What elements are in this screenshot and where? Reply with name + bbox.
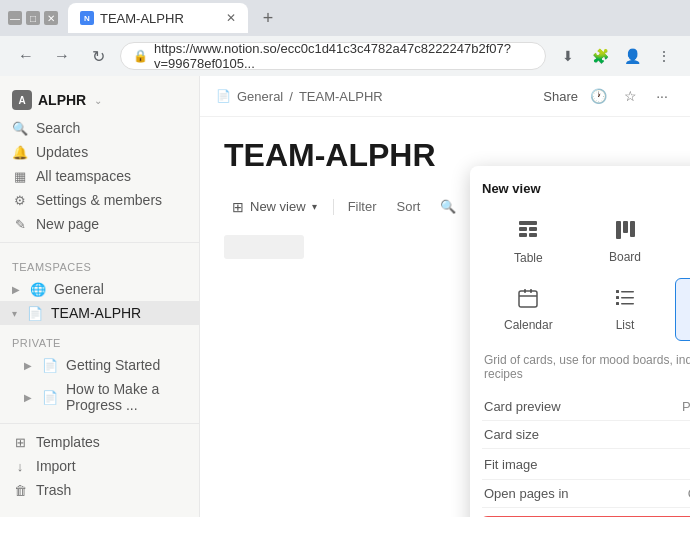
sidebar-item-settings[interactable]: ⚙ Settings & members [0, 188, 199, 212]
svg-rect-7 [630, 221, 635, 237]
sidebar-item-trash[interactable]: 🗑 Trash [0, 478, 199, 502]
templates-icon: ⊞ [12, 434, 28, 450]
svg-rect-21 [621, 303, 634, 305]
svg-rect-6 [623, 221, 628, 233]
window-controls: — □ ✕ [8, 11, 58, 25]
board-view-label: Board [609, 250, 641, 264]
address-bar: ← → ↻ 🔒 https://www.notion.so/ecc0c1d41c… [0, 36, 690, 76]
sidebar-item-getting-started[interactable]: ▶ 📄 Getting Started [0, 353, 199, 377]
general-arrow: ▶ [12, 284, 20, 295]
sort-button[interactable]: Sort [391, 195, 427, 218]
sidebar-item-general[interactable]: ▶ 🌐 General [0, 277, 199, 301]
view-type-table[interactable]: Table [482, 210, 575, 274]
downloads-icon[interactable]: ⬇ [554, 42, 582, 70]
sidebar-item-trash-label: Trash [36, 482, 71, 498]
search-button[interactable]: 🔍 [434, 195, 462, 218]
browser-tab[interactable]: N TEAM-ALPHR ✕ [68, 3, 248, 33]
page-header: 📄 General / TEAM-ALPHR Share 🕐 ☆ ··· [200, 76, 690, 117]
share-button[interactable]: Share [543, 89, 578, 104]
breadcrumb: 📄 General / TEAM-ALPHR [216, 89, 383, 104]
view-type-list[interactable]: List [579, 278, 672, 341]
search-icon: 🔍 [12, 120, 28, 136]
new-view-chevron: ▾ [312, 201, 317, 212]
calendar-view-icon [517, 287, 539, 314]
favorite-icon[interactable]: ☆ [618, 84, 642, 108]
main-content: 📄 General / TEAM-ALPHR Share 🕐 ☆ ··· TEA… [200, 76, 690, 517]
import-icon: ↓ [12, 458, 28, 474]
history-icon[interactable]: 🕐 [586, 84, 610, 108]
browser-menu-icon[interactable]: ⋮ [650, 42, 678, 70]
breadcrumb-sep: / [289, 89, 293, 104]
view-type-timeline[interactable]: Timeline [675, 210, 690, 274]
workspace-name: ALPHR [38, 92, 86, 108]
workspace-selector[interactable]: A ALPHR ⌄ [0, 84, 199, 116]
view-type-board[interactable]: Board [579, 210, 672, 274]
profile-icon[interactable]: 👤 [618, 42, 646, 70]
progress-icon: 📄 [42, 389, 58, 405]
card-preview-label: Card preview [484, 399, 561, 414]
url-bar[interactable]: 🔒 https://www.notion.so/ecc0c1d41c3c4782… [120, 42, 546, 70]
updates-icon: 🔔 [12, 144, 28, 160]
sidebar-item-search-label: Search [36, 120, 80, 136]
popup-header: New view ✕ [482, 178, 690, 198]
minimize-button[interactable]: — [8, 11, 22, 25]
browser-actions: ⬇ 🧩 👤 ⋮ [554, 42, 678, 70]
close-button[interactable]: ✕ [44, 11, 58, 25]
open-pages-label: Open pages in [484, 486, 569, 501]
url-text: https://www.notion.so/ecc0c1d41c3c4782a4… [154, 41, 533, 71]
svg-rect-17 [621, 291, 634, 293]
sidebar-divider-1 [0, 242, 199, 243]
progress-arrow: ▶ [24, 392, 32, 403]
sidebar-item-team-alphr[interactable]: ▾ 📄 TEAM-ALPHR [0, 301, 199, 325]
sidebar-item-import[interactable]: ↓ Import [0, 454, 199, 478]
more-options-icon[interactable]: ··· [650, 84, 674, 108]
new-view-icon: ⊞ [232, 199, 244, 215]
filter-button[interactable]: Filter [342, 195, 383, 218]
settings-icon: ⚙ [12, 192, 28, 208]
sidebar-item-updates-label: Updates [36, 144, 88, 160]
sidebar-item-new-page[interactable]: ✎ New page [0, 212, 199, 236]
sidebar-item-getting-started-label: Getting Started [66, 357, 160, 373]
tab-title: TEAM-ALPHR [100, 11, 184, 26]
back-button[interactable]: ← [12, 42, 40, 70]
sidebar-item-search[interactable]: 🔍 Search [0, 116, 199, 140]
extensions-icon[interactable]: 🧩 [586, 42, 614, 70]
lock-icon: 🔒 [133, 49, 148, 63]
team-alphr-arrow: ▾ [12, 308, 17, 319]
sidebar-item-updates[interactable]: 🔔 Updates [0, 140, 199, 164]
svg-rect-3 [519, 233, 527, 237]
svg-rect-13 [524, 289, 526, 293]
new-tab-button[interactable]: + [254, 4, 282, 32]
view-type-gallery[interactable]: Gallery [675, 278, 690, 341]
tab-close-icon[interactable]: ✕ [226, 11, 236, 25]
svg-rect-16 [616, 290, 619, 293]
card-preview-value[interactable]: Page content › [682, 399, 690, 414]
workspace-chevron: ⌄ [94, 95, 102, 106]
fit-image-label: Fit image [484, 457, 537, 472]
sidebar-item-templates[interactable]: ⊞ Templates [0, 430, 199, 454]
maximize-button[interactable]: □ [26, 11, 40, 25]
sidebar-item-all-teamspaces[interactable]: ▦ All teamspaces [0, 164, 199, 188]
sidebar-item-progress-label: How to Make a Progress ... [66, 381, 187, 413]
view-type-grid: Table Board Timeline [482, 210, 690, 341]
sidebar-item-all-teamspaces-label: All teamspaces [36, 168, 131, 184]
board-view-icon [614, 219, 636, 246]
new-view-popup: New view ✕ Table Board [470, 166, 690, 517]
gallery-description: Grid of cards, use for mood boards, inde… [482, 353, 690, 381]
card-preview-value-text: Page content [682, 399, 690, 414]
app: A ALPHR ⌄ 🔍 Search 🔔 Updates ▦ All teams… [0, 76, 690, 517]
svg-rect-12 [519, 291, 537, 307]
toolbar-separator [333, 199, 334, 215]
refresh-button[interactable]: ↻ [84, 42, 112, 70]
svg-rect-18 [616, 296, 619, 299]
view-type-calendar[interactable]: Calendar [482, 278, 575, 341]
database-row-placeholder [224, 235, 304, 259]
svg-rect-2 [529, 227, 537, 231]
new-view-button[interactable]: ⊞ New view ▾ [224, 195, 325, 219]
breadcrumb-parent: General [237, 89, 283, 104]
sidebar-item-progress[interactable]: ▶ 📄 How to Make a Progress ... [0, 377, 199, 417]
svg-rect-19 [621, 297, 634, 299]
forward-button[interactable]: → [48, 42, 76, 70]
tab-favicon: N [80, 11, 94, 25]
list-view-icon [614, 287, 636, 314]
